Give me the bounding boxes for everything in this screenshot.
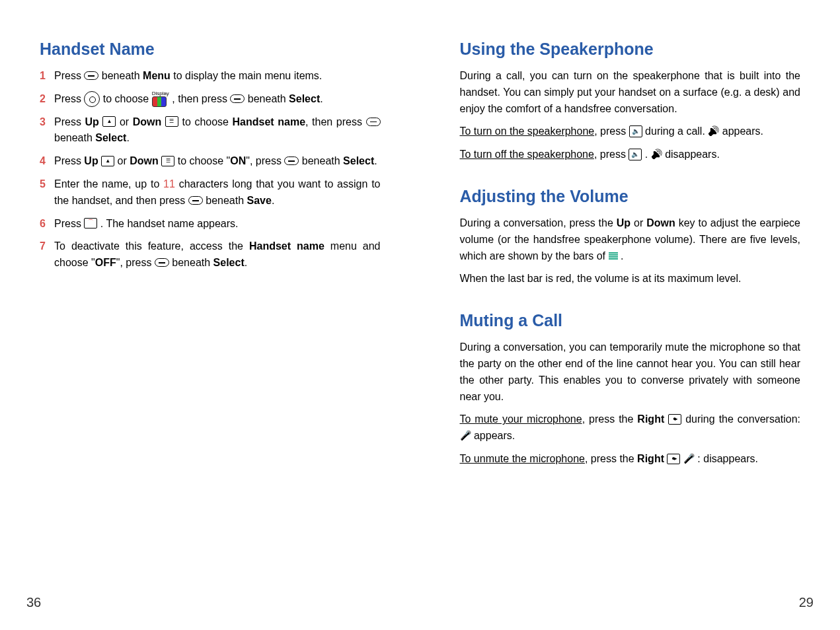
text: beneath bbox=[98, 70, 143, 81]
step-number: 5 bbox=[40, 176, 54, 209]
label-down: Down bbox=[133, 116, 162, 127]
text: during the conversation: bbox=[681, 413, 800, 425]
text: , press the bbox=[585, 453, 637, 464]
step-3: 3 Press Up or Down to choose Handset nam… bbox=[40, 114, 381, 147]
text: . The handset name appears. bbox=[97, 218, 238, 229]
label-on: ON bbox=[230, 155, 246, 166]
step-number: 4 bbox=[40, 153, 54, 170]
speaker-on-icon bbox=[651, 147, 662, 162]
text: . bbox=[272, 195, 274, 206]
heading-volume: Adjusting the Volume bbox=[460, 187, 801, 206]
text: to choose bbox=[178, 116, 233, 127]
display-label: Display bbox=[152, 91, 169, 96]
paragraph: During a conversation, you can temporari… bbox=[460, 339, 801, 405]
softkey-icon bbox=[84, 71, 98, 80]
text: . bbox=[642, 149, 650, 160]
paragraph: To mute your microphone, press the Right… bbox=[460, 411, 801, 444]
right-key-icon bbox=[668, 414, 681, 425]
text: ", press bbox=[116, 257, 155, 268]
text: , press bbox=[594, 149, 629, 160]
text: Press bbox=[54, 70, 84, 81]
text: beneath bbox=[203, 195, 247, 206]
paragraph: During a conversation, press the Up or D… bbox=[460, 215, 801, 264]
text: disappears. bbox=[703, 453, 758, 464]
end-key-icon bbox=[84, 218, 97, 228]
step-number: 1 bbox=[40, 68, 54, 85]
label-save: Save bbox=[247, 195, 272, 206]
text: . bbox=[618, 250, 624, 262]
text: ", press bbox=[246, 155, 284, 166]
up-key-icon bbox=[102, 116, 116, 127]
text: : bbox=[695, 453, 703, 464]
page-number-left: 36 bbox=[26, 595, 41, 610]
text: or bbox=[630, 217, 646, 228]
paragraph: During a call, you can turn on the speak… bbox=[460, 68, 801, 117]
text: to display the main menu items. bbox=[171, 70, 322, 81]
text: beneath bbox=[169, 257, 213, 268]
paragraph: To turn on the speakerphone, press durin… bbox=[460, 123, 801, 140]
label-up: Up bbox=[617, 217, 630, 228]
text: . bbox=[320, 93, 323, 104]
step-7: 7 To deactivate this feature, access the… bbox=[40, 238, 381, 271]
text: Press bbox=[54, 116, 85, 127]
step-4: 4 Press Up or Down to choose "ON", press… bbox=[40, 153, 381, 170]
volume-bars-icon bbox=[609, 252, 618, 260]
text: beneath bbox=[54, 132, 95, 143]
text: . bbox=[126, 132, 129, 143]
page-number-right: 29 bbox=[799, 595, 814, 610]
softkey-icon bbox=[284, 157, 299, 165]
action-turn-off-speaker: To turn off the speakerphone bbox=[460, 149, 594, 160]
speaker-key-icon bbox=[629, 149, 642, 160]
step-number: 3 bbox=[40, 114, 54, 147]
label-up: Up bbox=[85, 116, 98, 127]
text: or bbox=[116, 116, 132, 127]
step-number: 2 bbox=[40, 91, 54, 108]
nav-ring-icon bbox=[84, 91, 100, 107]
down-key-icon bbox=[165, 116, 178, 127]
text: beneath bbox=[245, 93, 289, 104]
text: Press bbox=[54, 218, 84, 229]
action-mute: To mute your microphone bbox=[460, 413, 582, 425]
text: During a conversation, press the bbox=[460, 217, 617, 228]
text: beneath bbox=[299, 155, 343, 166]
mic-mute-icon bbox=[683, 452, 695, 466]
text: , press bbox=[594, 125, 629, 137]
label-down: Down bbox=[646, 217, 675, 228]
step-number: 7 bbox=[40, 238, 54, 271]
text: to choose bbox=[100, 93, 151, 104]
action-unmute: To unmute the microphone bbox=[460, 453, 585, 464]
step-1: 1 Press beneath Menu to display the main… bbox=[40, 68, 381, 85]
label-menu: Menu bbox=[143, 70, 171, 81]
label-select: Select bbox=[95, 132, 126, 143]
label-off: OFF bbox=[95, 257, 116, 268]
label-select: Select bbox=[213, 257, 245, 268]
paragraph: To turn off the speakerphone, press . di… bbox=[460, 147, 801, 163]
softkey-icon bbox=[366, 118, 381, 126]
text: or bbox=[114, 155, 130, 166]
step-2: 2 Press to choose Display , then press b… bbox=[40, 91, 381, 108]
text: Press bbox=[54, 93, 84, 104]
text: appears. bbox=[471, 430, 515, 441]
softkey-icon bbox=[230, 94, 245, 103]
label-select: Select bbox=[343, 155, 374, 166]
text: , then press bbox=[169, 93, 231, 104]
label-char-limit: 11 bbox=[163, 178, 175, 190]
heading-speakerphone: Using the Speakerphone bbox=[460, 40, 801, 59]
mic-mute-icon bbox=[460, 429, 471, 443]
speaker-on-icon bbox=[708, 124, 719, 139]
text: . bbox=[245, 257, 247, 268]
text: to choose " bbox=[174, 155, 230, 166]
text: disappears. bbox=[662, 149, 720, 160]
label-up: Up bbox=[84, 155, 98, 166]
speaker-key-icon bbox=[629, 125, 642, 137]
text: during a call. bbox=[642, 125, 708, 137]
text: , press the bbox=[582, 413, 638, 425]
paragraph: When the last bar is red, the volume is … bbox=[460, 271, 801, 287]
step-number: 6 bbox=[40, 216, 54, 232]
text: Enter the name, up to bbox=[54, 178, 163, 190]
label-down: Down bbox=[130, 155, 159, 166]
label-handset-name: Handset name bbox=[249, 240, 325, 252]
down-key-icon bbox=[161, 156, 174, 166]
display-menu-icon: Display bbox=[152, 91, 169, 107]
text: . bbox=[374, 155, 377, 166]
